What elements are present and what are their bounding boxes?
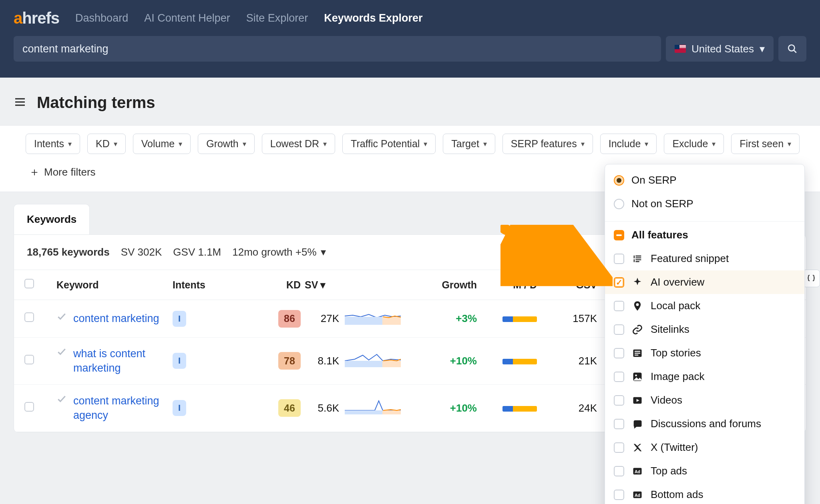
serp-all-features[interactable]: All features — [605, 223, 804, 247]
serp-feature-discussions-and-forums[interactable]: Discussions and forums — [605, 412, 804, 436]
serp-feature-bottom-ads[interactable]: AdBottom ads — [605, 483, 804, 504]
select-all-checkbox[interactable] — [24, 279, 34, 288]
feature-icon — [631, 324, 643, 336]
nav-dashboard[interactable]: Dashboard — [75, 12, 128, 24]
chevron-down-icon: ▾ — [581, 140, 585, 148]
filter-first-seen[interactable]: First seen▾ — [731, 134, 800, 154]
gsv-value: 157K — [541, 312, 597, 325]
more-filters-button[interactable]: ＋More filters — [26, 160, 99, 184]
serp-feature-ai-overview[interactable]: AI overview — [605, 270, 804, 294]
divider — [605, 221, 804, 222]
feature-label: Local pack — [651, 300, 700, 312]
col-intents[interactable]: Intents — [173, 279, 249, 291]
chevron-down-icon: ▾ — [323, 140, 327, 148]
filter-serp-features[interactable]: SERP features▾ — [502, 134, 593, 154]
serp-feature-top-stories[interactable]: Top stories — [605, 341, 804, 365]
row-checkbox[interactable] — [24, 312, 34, 322]
feature-label: Sitelinks — [651, 323, 689, 336]
svg-point-0 — [788, 45, 794, 51]
row-checkbox[interactable] — [24, 355, 34, 364]
svg-point-16 — [635, 374, 637, 376]
api-button[interactable] — [802, 270, 820, 287]
page-header: Matching terms — [0, 78, 820, 125]
col-sv[interactable]: SV▾ — [305, 279, 401, 291]
chevron-down-icon: ▾ — [68, 140, 72, 148]
keyword-link[interactable]: content marketing — [73, 311, 159, 326]
check-icon — [56, 346, 67, 360]
serp-feature-image-pack[interactable]: Image pack — [605, 365, 804, 388]
radio-icon — [614, 199, 624, 209]
ahrefs-logo[interactable]: ahrefs — [14, 9, 59, 27]
keyword-link[interactable]: what is content marketing — [73, 346, 169, 376]
menu-button[interactable] — [14, 96, 26, 110]
feature-icon — [631, 347, 643, 359]
serp-feature-featured-snippet[interactable]: Featured snippet — [605, 247, 804, 270]
serp-feature-videos[interactable]: Videos — [605, 388, 804, 412]
check-icon — [56, 394, 67, 407]
summary-growth-selector[interactable]: 12mo growth +5%▾ — [232, 246, 326, 258]
svg-rect-7 — [345, 361, 382, 367]
keyword-search-input[interactable] — [22, 43, 652, 55]
svg-rect-14 — [635, 354, 638, 355]
serp-feature-x-twitter-[interactable]: X (Twitter) — [605, 436, 804, 459]
country-selector[interactable]: United States ▾ — [666, 36, 774, 62]
country-label: United States — [691, 43, 754, 55]
sparkline — [345, 398, 401, 418]
keyword-search-box[interactable] — [14, 36, 661, 62]
chevron-down-icon: ▾ — [179, 140, 182, 148]
md-bar — [502, 359, 537, 364]
serp-feature-local-pack[interactable]: Local pack — [605, 294, 804, 318]
col-md[interactable]: M / D — [481, 279, 537, 291]
us-flag-icon — [675, 45, 686, 53]
svg-line-1 — [794, 50, 796, 53]
feature-icon — [631, 418, 643, 430]
filter-kd[interactable]: KD▾ — [87, 134, 126, 154]
filter-volume[interactable]: Volume▾ — [133, 134, 191, 154]
plus-icon: ＋ — [29, 164, 40, 180]
tab-keywords[interactable]: Keywords — [14, 204, 90, 234]
feature-label: Featured snippet — [651, 252, 729, 265]
feature-label: Discussions and forums — [651, 418, 761, 430]
feature-icon — [631, 394, 643, 406]
intent-pill: I — [173, 353, 186, 369]
filter-intents[interactable]: Intents▾ — [26, 134, 80, 154]
serp-feature-top-ads[interactable]: AdTop ads — [605, 459, 804, 483]
filter-exclude[interactable]: Exclude▾ — [664, 134, 724, 154]
gsv-value: 21K — [541, 355, 597, 367]
nav-keywords-explorer[interactable]: Keywords Explorer — [324, 12, 422, 24]
nav-site-explorer[interactable]: Site Explorer — [246, 12, 308, 24]
feature-icon: Ad — [631, 489, 643, 501]
serp-feature-sitelinks[interactable]: Sitelinks — [605, 318, 804, 341]
filter-target[interactable]: Target▾ — [443, 134, 495, 154]
search-button[interactable] — [778, 36, 806, 62]
checkbox-icon — [614, 348, 624, 358]
feature-label: Top ads — [651, 465, 687, 477]
chevron-down-icon: ▾ — [424, 140, 427, 148]
checkbox-icon — [614, 301, 624, 311]
filter-traffic-potential[interactable]: Traffic Potential▾ — [342, 134, 436, 154]
col-keyword[interactable]: Keyword — [56, 279, 169, 291]
serp-radio-not-on-serp[interactable]: Not on SERP — [605, 192, 804, 216]
filter-growth[interactable]: Growth▾ — [198, 134, 255, 154]
feature-icon: Ad — [631, 465, 643, 477]
summary-sv: SV 302K — [121, 246, 162, 258]
svg-text:Ad: Ad — [635, 469, 640, 474]
svg-text:Ad: Ad — [635, 492, 640, 497]
keyword-link[interactable]: content marketing agency — [73, 394, 169, 423]
serp-radio-on-serp[interactable]: On SERP — [605, 168, 804, 192]
feature-icon — [631, 276, 643, 288]
sparkline — [345, 351, 401, 371]
intent-pill: I — [173, 311, 186, 327]
growth-value: +3% — [405, 312, 477, 325]
col-kd[interactable]: KD — [253, 279, 301, 291]
svg-rect-5 — [345, 317, 382, 325]
chevron-down-icon: ▾ — [483, 140, 487, 148]
filter-include[interactable]: Include▾ — [600, 134, 657, 154]
nav-ai-content-helper[interactable]: AI Content Helper — [144, 12, 230, 24]
row-checkbox[interactable] — [24, 402, 34, 412]
col-growth[interactable]: Growth — [405, 279, 477, 291]
col-gsv[interactable]: GSV — [541, 279, 597, 291]
growth-value: +10% — [405, 355, 477, 367]
checkbox-icon — [614, 466, 624, 476]
filter-lowest-dr[interactable]: Lowest DR▾ — [262, 134, 335, 154]
